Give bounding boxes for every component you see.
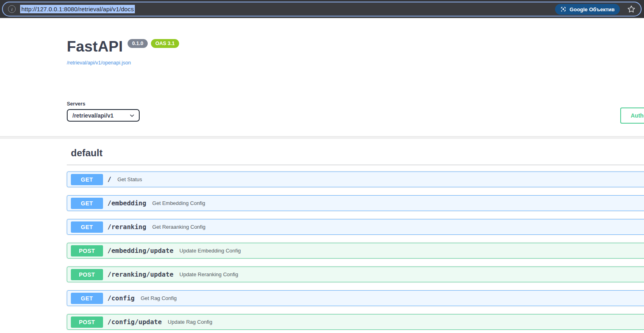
operation-summary: Update Rag Config [168, 319, 213, 325]
api-title-text: FastAPI [67, 38, 123, 56]
operation-row[interactable]: GET /config Get Rag Config [67, 290, 644, 306]
oas-badge: OAS 3.1 [151, 39, 179, 48]
servers-select[interactable]: /retrieval/api/v1 [67, 109, 140, 122]
operation-path: / [107, 176, 111, 183]
browser-toolbar: i http://127.0.0.1:8080/retrieval/api/v1… [0, 0, 644, 18]
operation-summary: Update Embedding Config [180, 248, 241, 254]
servers-label: Servers [67, 101, 140, 107]
method-badge: GET [71, 293, 103, 304]
operation-path: /config [107, 294, 134, 302]
openapi-spec-link[interactable]: /retrieval/api/v1/openapi.json [67, 60, 131, 66]
swagger-ui-page: FastAPI 0.1.0 OAS 3.1 /retrieval/api/v1/… [0, 19, 644, 333]
authorize-button[interactable]: Authorize [620, 108, 644, 124]
page-title: FastAPI 0.1.0 OAS 3.1 [67, 38, 179, 56]
operation-summary: Get Embedding Config [152, 200, 205, 206]
section-title[interactable]: default [67, 147, 644, 159]
method-badge: POST [71, 245, 103, 256]
scheme-container-divider [0, 136, 644, 139]
operation-row[interactable]: POST /config/update Update Rag Config [67, 314, 644, 330]
operation-row[interactable]: GET /embedding Get Embedding Config [67, 195, 644, 211]
method-badge: POST [71, 269, 103, 280]
operation-path: /config/update [107, 318, 162, 326]
site-info-icon[interactable]: i [8, 5, 16, 13]
operation-path: /embedding [107, 199, 146, 207]
google-lens-label: Google Объектив [570, 6, 615, 12]
operation-path: /reranking [107, 223, 146, 231]
operations-list: GET / Get Status GET /embedding Get Embe… [67, 172, 644, 330]
address-url-selected-text[interactable]: http://127.0.0.1:8080/retrieval/api/v1/d… [20, 5, 135, 13]
version-badge: 0.1.0 [128, 39, 148, 48]
operation-row[interactable]: POST /embedding/update Update Embedding … [67, 243, 644, 259]
operation-row[interactable]: GET /reranking Get Reraanking Config [67, 219, 644, 235]
api-info: FastAPI 0.1.0 OAS 3.1 /retrieval/api/v1/… [67, 38, 179, 66]
operations-section: default GET / Get Status GET /embedding … [67, 147, 644, 333]
chevron-down-icon [129, 113, 135, 118]
google-lens-icon [560, 6, 566, 12]
method-badge: POST [71, 316, 103, 328]
operation-path: /reranking/update [107, 271, 173, 278]
servers-block: Servers /retrieval/api/v1 [67, 101, 140, 122]
operation-path: /embedding/update [107, 247, 173, 254]
method-badge: GET [71, 174, 103, 185]
operation-summary: Get Rag Config [140, 295, 177, 301]
method-badge: GET [71, 221, 103, 233]
servers-selected-value: /retrieval/api/v1 [72, 112, 114, 119]
method-badge: GET [71, 198, 103, 209]
operation-row[interactable]: POST /reranking/update Update Reranking … [67, 267, 644, 282]
address-bar[interactable]: i http://127.0.0.1:8080/retrieval/api/v1… [2, 2, 642, 17]
section-divider [67, 165, 644, 165]
google-lens-button[interactable]: Google Объектив [555, 4, 620, 14]
operation-summary: Get Reraanking Config [152, 224, 205, 230]
operation-summary: Update Reranking Config [180, 271, 238, 277]
operation-row[interactable]: GET / Get Status [67, 172, 644, 187]
operation-summary: Get Status [118, 176, 142, 182]
bookmark-star-icon[interactable] [627, 5, 636, 14]
